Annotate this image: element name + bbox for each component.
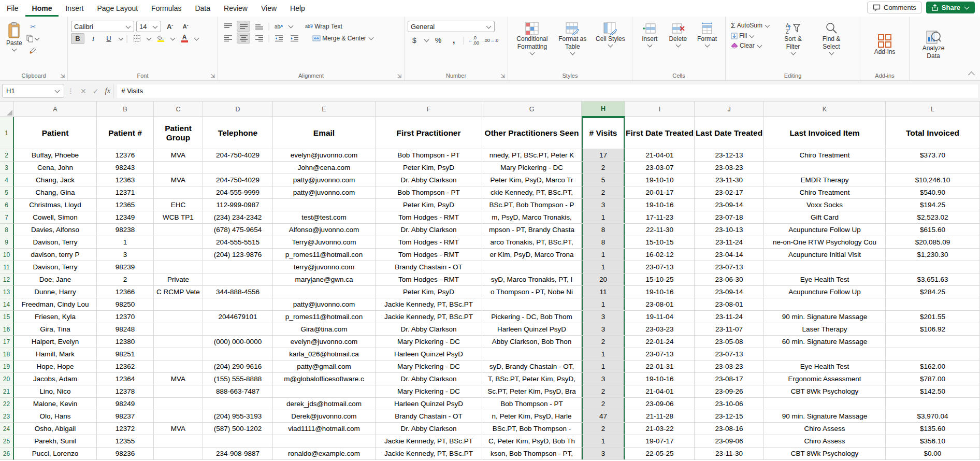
accounting-dropdown-icon[interactable]	[424, 37, 429, 42]
row-header-23[interactable]: 23	[0, 410, 14, 423]
cell-I18[interactable]: 23-07-13	[625, 348, 695, 361]
cell-H13[interactable]: 11	[582, 286, 625, 298]
cell-J5[interactable]: 23-02-17	[695, 186, 764, 199]
cell-B10[interactable]: 3	[97, 249, 154, 261]
cell-J20[interactable]: 23-08-17	[695, 373, 764, 385]
cell-G24[interactable]: BSc.PT, Bob Thompson -	[482, 423, 582, 435]
cell-H21[interactable]: 2	[582, 385, 625, 398]
cell-B13[interactable]: 12366	[97, 286, 154, 298]
cell-K12[interactable]: Eye Health Test	[764, 273, 886, 286]
cell-J25[interactable]: 23-09-06	[695, 435, 764, 448]
cell-B25[interactable]: 12355	[97, 435, 154, 448]
cell-D22[interactable]	[203, 398, 273, 410]
cell-H20[interactable]: 3	[582, 373, 625, 385]
cell-I2[interactable]: 21-04-01	[625, 149, 695, 162]
cell-G11[interactable]	[482, 261, 582, 273]
decrease-decimal-button[interactable]: .00→.0	[482, 35, 499, 46]
underline-button[interactable]: U	[102, 33, 116, 44]
cell-F8[interactable]: Dr. Abby Clarkson	[376, 224, 482, 236]
cell-F5[interactable]: Bob Thompson - PT	[376, 186, 482, 199]
cell-A2[interactable]: Buffay, Phoebe	[14, 149, 97, 162]
cell-D3[interactable]	[203, 162, 273, 174]
cell-I6[interactable]: 19-10-16	[625, 199, 695, 211]
cell-I26[interactable]: 22-05-25	[625, 448, 695, 460]
cell-F21[interactable]: Mary Pickering - DC	[376, 385, 482, 398]
cell-C17[interactable]	[154, 336, 203, 348]
cell-I4[interactable]: 19-10-10	[625, 174, 695, 186]
cell-C3[interactable]	[154, 162, 203, 174]
cell-E5[interactable]: patty@juvonno.com	[273, 186, 376, 199]
cell-J8[interactable]: 23-10-13	[695, 224, 764, 236]
cell-L22[interactable]	[886, 398, 980, 410]
cell-C26[interactable]	[154, 448, 203, 460]
cell-L2[interactable]: $373.70	[886, 149, 980, 162]
column-header-I[interactable]: I	[625, 102, 695, 117]
cell-D14[interactable]	[203, 298, 273, 311]
cell-I7[interactable]: 17-11-23	[625, 211, 695, 224]
cell-G25[interactable]: C, Peter Kim, PsyD, Bob Th	[482, 435, 582, 448]
cell-A18[interactable]: Hamill, Mark	[14, 348, 97, 361]
accounting-format-button[interactable]: $	[408, 35, 421, 46]
cell-B8[interactable]: 98238	[97, 224, 154, 236]
cell-B14[interactable]: 98250	[97, 298, 154, 311]
row-header-13[interactable]: 13	[0, 286, 14, 298]
insert-function-icon[interactable]: fx	[105, 87, 110, 95]
column-header-K[interactable]: K	[764, 102, 886, 117]
cell-H4[interactable]: 5	[582, 174, 625, 186]
cell-J15[interactable]: 23-11-24	[695, 311, 764, 323]
conditional-formatting-button[interactable]: Conditional Formatting	[511, 20, 553, 70]
align-middle-button[interactable]	[237, 21, 250, 32]
cell-J26[interactable]: 23-11-30	[695, 448, 764, 460]
cell-A5[interactable]: Chang, Gina	[14, 186, 97, 199]
cell-C9[interactable]	[154, 236, 203, 249]
cell-B22[interactable]: 98249	[97, 398, 154, 410]
font-dialog-launcher[interactable]: ⇲	[211, 73, 215, 79]
cell-K7[interactable]: Gift Card	[764, 211, 886, 224]
cell-L20[interactable]: $787.00	[886, 373, 980, 385]
cell-F19[interactable]: Mary Pickering - DC	[376, 361, 482, 373]
clipboard-dialog-launcher[interactable]: ⇲	[61, 73, 65, 79]
tab-review[interactable]: Review	[217, 0, 254, 17]
cell-I11[interactable]: 23-07-13	[625, 261, 695, 273]
cell-A6[interactable]: Christmas, Lloyd	[14, 199, 97, 211]
cell-G17[interactable]: Abby Clarkson, Bob Thon	[482, 336, 582, 348]
cell-J22[interactable]: 23-10-06	[695, 398, 764, 410]
cell-K17[interactable]: 60 min. Signature Massage	[764, 336, 886, 348]
tab-data[interactable]: Data	[188, 0, 217, 17]
cell-E2[interactable]: evelyn@juvonno.com	[273, 149, 376, 162]
cell-D7[interactable]: (234) 234-2342	[203, 211, 273, 224]
cell-L4[interactable]: $10,246.10	[886, 174, 980, 186]
cell-F3[interactable]: Peter Kim, PsyD	[376, 162, 482, 174]
cell-B11[interactable]: 98239	[97, 261, 154, 273]
cell-K11[interactable]	[764, 261, 886, 273]
cell-styles-button[interactable]: Cell Styles	[592, 20, 629, 70]
cell-L25[interactable]: $356.10	[886, 435, 980, 448]
cell-L15[interactable]: $201.55	[886, 311, 980, 323]
cell-C23[interactable]	[154, 410, 203, 423]
cell-K9[interactable]: ne-on-One RTW Psychology Cou	[764, 236, 886, 249]
cell-F14[interactable]: Jackie Kennedy, PT, BSc.PT	[376, 298, 482, 311]
cell-J11[interactable]: 23-07-13	[695, 261, 764, 273]
cell-E20[interactable]: m@globalofficesoftware.c	[273, 373, 376, 385]
cell-K8[interactable]: Acupuncture Follow Up	[764, 224, 886, 236]
cell-D4[interactable]: 204-750-4029	[203, 174, 273, 186]
enter-icon[interactable]: ✓	[93, 87, 99, 95]
cell-L13[interactable]: $284.25	[886, 286, 980, 298]
cell-G7[interactable]: m, PsyD, Marco Tronakis,	[482, 211, 582, 224]
cell-K16[interactable]: Laser Therapy	[764, 323, 886, 336]
cell-H6[interactable]: 3	[582, 199, 625, 211]
cell-B15[interactable]: 12370	[97, 311, 154, 323]
cell-J14[interactable]: 23-08-01	[695, 298, 764, 311]
cell-E21[interactable]	[273, 385, 376, 398]
cell-C13[interactable]: C RCMP Vete	[154, 286, 203, 298]
cell-C21[interactable]	[154, 385, 203, 398]
cell-E4[interactable]: patty@juvonno.com	[273, 174, 376, 186]
font-name-select[interactable]: Calibri	[71, 21, 134, 32]
cell-G22[interactable]: Bob Thompson - PT	[482, 398, 582, 410]
copy-dropdown-icon[interactable]	[34, 36, 39, 41]
cell-H17[interactable]: 2	[582, 336, 625, 348]
share-dropdown-icon[interactable]	[964, 5, 970, 10]
borders-button[interactable]	[130, 33, 143, 44]
cell-H24[interactable]: 2	[582, 423, 625, 435]
row-header-11[interactable]: 11	[0, 261, 14, 273]
